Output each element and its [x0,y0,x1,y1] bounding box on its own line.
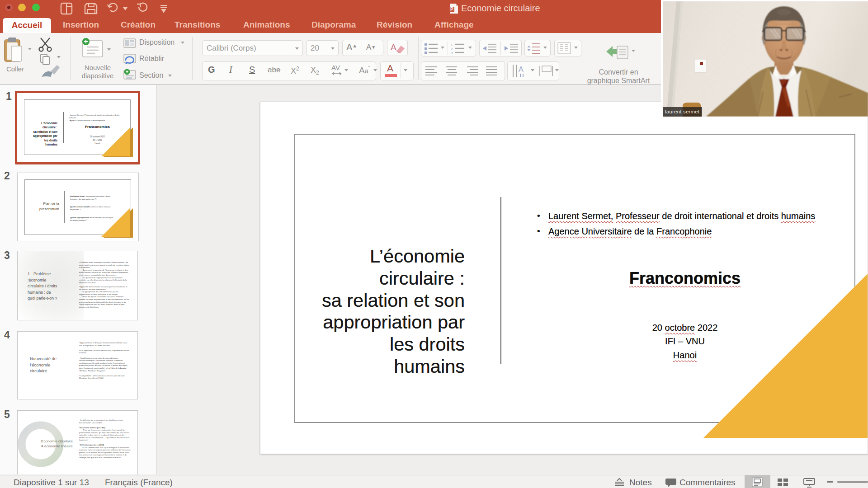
svg-text:1: 1 [451,43,453,47]
svg-text:3: 3 [451,51,453,54]
svg-text:P: P [450,7,453,12]
svg-text:2: 2 [451,47,453,51]
svg-text:A: A [519,66,524,73]
